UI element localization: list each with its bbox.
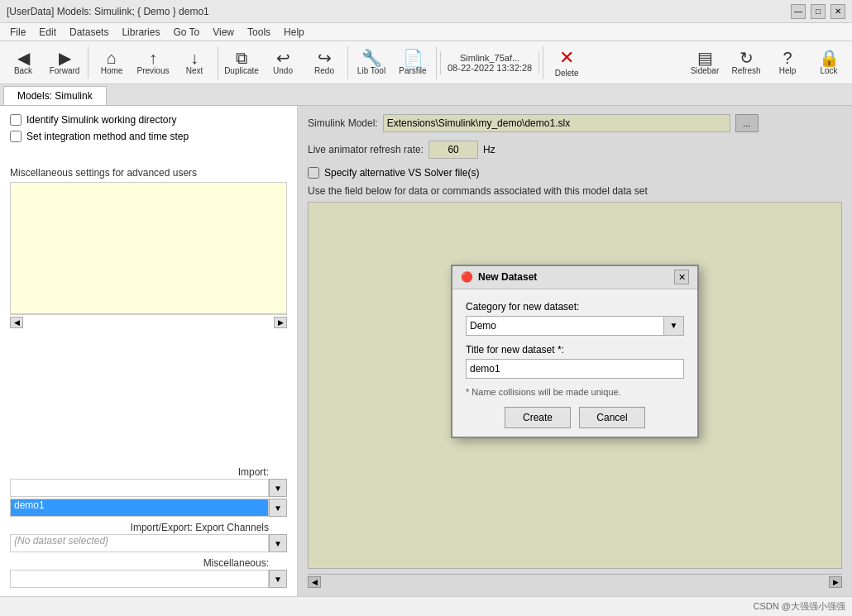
titlebar-title: [UserData] Models: Simulink; { Demo } de…: [7, 6, 209, 17]
parsfile-label: Parsfile: [399, 66, 426, 75]
identify-simulink-label: Identify Simulink working directory: [26, 114, 176, 126]
no-dataset-select[interactable]: {No dataset selected}: [10, 534, 269, 552]
misc-label: Miscellaneous settings for advanced user…: [10, 167, 287, 179]
forward-icon: ▶: [59, 50, 71, 66]
category-input[interactable]: [466, 316, 664, 336]
parsfile-icon: 📄: [403, 50, 424, 66]
home-label: Home: [101, 66, 123, 75]
tab-bar: Models: Simulink: [0, 84, 852, 106]
category-label: Category for new dataset:: [466, 301, 684, 313]
help-button[interactable]: ? Help: [768, 44, 807, 82]
delete-button[interactable]: ✕ Delete: [547, 44, 586, 82]
menubar: File Edit Datasets Libraries Go To View …: [0, 23, 852, 41]
lock-label: Lock: [820, 66, 837, 75]
home-button[interactable]: ⌂ Home: [92, 44, 132, 82]
checkbox-row-2: Set integration method and time step: [10, 131, 287, 142]
statusbar-text: CSDN @大强强小强强: [754, 600, 845, 613]
refresh-label: Refresh: [731, 66, 760, 75]
undo-icon: ↩: [276, 50, 290, 66]
duplicate-button[interactable]: ⧉ Duplicate: [222, 44, 261, 82]
tab-models-simulink[interactable]: Models: Simulink: [3, 86, 107, 105]
modal-title-text: New Dataset: [478, 271, 537, 283]
import-selected-dropdown-btn[interactable]: ▼: [269, 499, 287, 517]
import-section: Import: ▼ demo1 ▼ Import/Export: Export …: [10, 466, 287, 588]
titlebar-controls: — □ ✕: [791, 4, 845, 19]
redo-button[interactable]: ↪ Redo: [304, 44, 344, 82]
modal-title-icon: 🔴: [461, 271, 473, 283]
lock-button[interactable]: 🔒 Lock: [809, 44, 849, 82]
sep3: [347, 46, 348, 79]
main-content: Identify Simulink working directory Set …: [0, 106, 852, 596]
misc-scroll-left[interactable]: ◀: [10, 317, 23, 328]
help-label: Help: [779, 66, 797, 75]
left-panel: Identify Simulink working directory Set …: [0, 106, 298, 596]
checkbox-row-1: Identify Simulink working directory: [10, 114, 287, 126]
refresh-icon: ↻: [740, 50, 754, 66]
back-button[interactable]: ◀ Back: [3, 44, 43, 82]
menu-view[interactable]: View: [206, 25, 241, 40]
titlebar: [UserData] Models: Simulink; { Demo } de…: [0, 0, 852, 23]
import-row: Import: ▼: [10, 466, 287, 497]
previous-button[interactable]: ↑ Previous: [133, 44, 173, 82]
maximize-btn[interactable]: □: [811, 4, 826, 19]
modal-titlebar: 🔴 New Dataset ✕: [452, 266, 697, 289]
undo-button[interactable]: ↩ Undo: [263, 44, 303, 82]
misc2-select[interactable]: [10, 570, 269, 588]
redo-icon: ↪: [318, 50, 332, 66]
delete-label: Delete: [555, 69, 579, 78]
cancel-button[interactable]: Cancel: [579, 407, 645, 428]
new-dataset-modal: 🔴 New Dataset ✕ Category for new dataset…: [451, 265, 699, 438]
menu-libraries[interactable]: Libraries: [115, 25, 166, 40]
delete-icon: ✕: [559, 47, 574, 69]
menu-tools[interactable]: Tools: [241, 25, 277, 40]
file-info: Simlink_75af... 08-22-2022 13:32:28: [440, 51, 539, 74]
file-date: 08-22-2022 13:32:28: [448, 63, 532, 73]
menu-edit[interactable]: Edit: [32, 25, 63, 40]
lib-tool-button[interactable]: 🔧 Lib Tool: [352, 44, 391, 82]
right-panel: Simulink Model: ... Live animator refres…: [298, 106, 852, 596]
import-selected-value[interactable]: demo1: [10, 499, 269, 517]
menu-file[interactable]: File: [3, 25, 32, 40]
title-for-ds-label: Title for new dataset *:: [466, 344, 684, 356]
minimize-btn[interactable]: —: [791, 4, 806, 19]
sidebar-icon: ▤: [697, 50, 713, 66]
undo-label: Undo: [273, 66, 293, 75]
parsfile-button[interactable]: 📄 Parsfile: [393, 44, 433, 82]
misc-textarea[interactable]: [10, 182, 287, 314]
menu-datasets[interactable]: Datasets: [63, 25, 115, 40]
sidebar-button[interactable]: ▤ Sidebar: [685, 44, 725, 82]
sep4: [436, 46, 437, 79]
import-label-row: Import:: [10, 466, 287, 478]
menu-goto[interactable]: Go To: [166, 25, 206, 40]
integration-method-checkbox[interactable]: [10, 131, 22, 142]
misc-scroll-arrows: ◀ ▶: [10, 314, 287, 328]
misc2-dropdown-btn[interactable]: ▼: [269, 570, 287, 588]
duplicate-icon: ⧉: [236, 50, 247, 66]
next-icon: ↓: [190, 50, 199, 66]
modal-title-left: 🔴 New Dataset: [461, 271, 537, 283]
lib-tool-label: Lib Tool: [357, 66, 385, 75]
modal-close-button[interactable]: ✕: [674, 270, 689, 284]
category-dropdown-row: ▼: [466, 316, 684, 336]
create-button[interactable]: Create: [505, 407, 571, 428]
modal-body: Category for new dataset: ▼ Title for ne…: [452, 289, 697, 437]
menu-help[interactable]: Help: [277, 25, 311, 40]
import-select[interactable]: [10, 479, 269, 497]
integration-method-label: Set integration method and time step: [26, 131, 189, 142]
category-dropdown-btn[interactable]: ▼: [664, 316, 684, 336]
export-dropdown-btn[interactable]: ▼: [269, 534, 287, 552]
sidebar-label: Sidebar: [691, 66, 719, 75]
lib-tool-icon: 🔧: [361, 50, 382, 66]
sep1: [88, 46, 89, 79]
next-label: Next: [186, 66, 203, 75]
identify-simulink-checkbox[interactable]: [10, 114, 22, 126]
misc2-label-row: Miscellaneous:: [10, 557, 287, 569]
forward-button[interactable]: ▶ Forward: [45, 44, 84, 82]
next-button[interactable]: ↓ Next: [175, 44, 214, 82]
import-dropdown-btn[interactable]: ▼: [269, 479, 287, 497]
refresh-button[interactable]: ↻ Refresh: [726, 44, 766, 82]
misc-scroll-right[interactable]: ▶: [274, 317, 287, 328]
title-for-ds-input[interactable]: [466, 359, 684, 379]
close-btn[interactable]: ✕: [830, 4, 845, 19]
help-icon: ?: [783, 50, 792, 66]
